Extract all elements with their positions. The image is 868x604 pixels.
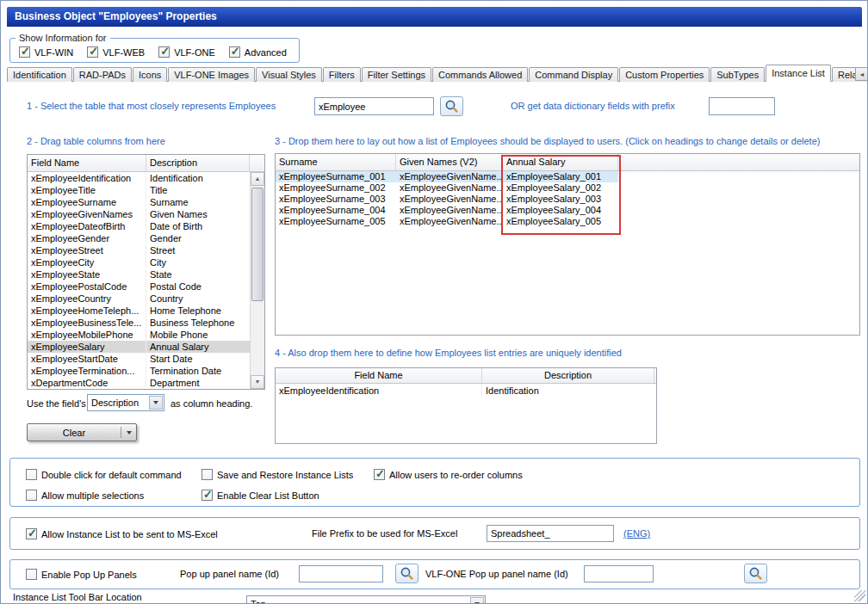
field-row[interactable]: xDepartmentCode Department [28,377,250,389]
surname-cell: xEmployeeSurname_001 [276,171,396,182]
field-description-cell: City [146,256,250,268]
instance-list-row[interactable]: xEmployeeSurname_004 xEmployeeGivenName.… [276,205,859,216]
checkbox-icon[interactable] [26,490,37,501]
tab[interactable]: Identification [7,67,72,82]
tab[interactable]: VLF-ONE Images [168,67,255,82]
tab[interactable]: Command Display [529,67,618,82]
language-link[interactable]: (ENG) [623,528,650,539]
field-row[interactable]: xEmployeeTermination... Termination Date [28,365,250,377]
field-row[interactable]: xEmployeeSurname Surname [28,196,250,208]
field-row[interactable]: xEmployeeCountry Country [28,293,250,305]
unique-id-row[interactable]: xEmployeeIdentification Identification [276,384,656,398]
field-row[interactable]: xEmployeeSalary Annual Salary [28,341,250,353]
tab[interactable]: Instance List [766,65,831,82]
tab-label: Commands Allowed [438,70,522,80]
field-row[interactable]: xEmployeeBusinessTele... Business Teleph… [28,317,250,329]
popup-panel-search-button[interactable] [395,564,418,583]
column-header-surname[interactable]: Surname [276,154,396,170]
table-search-button[interactable] [440,96,463,116]
tab[interactable]: Custom Properties [619,67,710,82]
scroll-down-icon[interactable]: ▼ [251,375,264,389]
platform-checkbox-item[interactable]: VLF-WEB [87,46,145,59]
option-checkbox-item[interactable]: Double click for default command [26,468,202,481]
checkbox-icon[interactable] [202,469,213,480]
tab[interactable]: Filter Settings [362,67,431,82]
unique-id-table-body: xEmployeeIdentification Identification [276,384,656,398]
heading-source-dropdown[interactable]: Description [87,394,164,411]
excel-prefix-input[interactable] [487,525,614,542]
tab[interactable]: SubTypes [710,67,765,82]
tab[interactable]: RAD-PADs [73,67,132,82]
field-description-cell: Street [146,244,250,256]
options-row-2: Allow multiple selections Enable Clear L… [26,489,319,502]
instance-list-row[interactable]: xEmployeeSurname_005 xEmployeeGivenName.… [276,216,859,227]
given-names-cell: xEmployeeGivenName... [396,205,503,216]
resize-grip[interactable] [854,590,865,601]
checkbox-icon[interactable] [26,569,37,580]
option-checkbox-item[interactable]: Enable Clear List Button [202,489,319,502]
excel-checkbox-item[interactable]: Allow Instance List to be sent to MS-Exc… [26,527,218,540]
table-name-input[interactable] [314,97,434,115]
checkbox-label: Enable Pop Up Panels [41,570,137,580]
field-row[interactable]: xEmployeeStartDate Start Date [28,353,250,365]
tab[interactable]: Filters [323,67,361,82]
tab[interactable]: Visual Styles [256,67,322,82]
field-row[interactable]: xEmployeeStreet Street [28,244,250,256]
field-row[interactable]: xEmployeeCity City [28,256,250,268]
title-bar[interactable]: Business Object "Employees" Properties [7,7,862,27]
checkbox-icon[interactable] [158,46,170,58]
tab-scroll-left-button[interactable]: ◄ [855,67,868,81]
column-header-description[interactable]: Description [482,368,654,383]
option-checkbox-item[interactable]: Allow multiple selections [26,489,202,502]
given-names-cell: xEmployeeGivenName... [396,194,503,205]
prefix-input[interactable] [709,97,775,115]
platform-checkbox-item[interactable]: VLF-ONE [158,46,215,59]
scroll-up-icon[interactable]: ▲ [251,172,264,186]
scrollbar-thumb[interactable] [251,188,264,301]
checkbox-icon[interactable] [26,528,37,539]
checkbox-label: VLF-WIN [34,47,73,58]
option-checkbox-item[interactable]: Save and Restore Instance Lists [202,468,374,481]
field-row[interactable]: xEmployeeMobilePhone Mobile Phone [28,329,250,341]
instance-list-row[interactable]: xEmployeeSurname_001 xEmployeeGivenName.… [276,171,859,182]
field-description-cell: Annual Salary [146,341,250,353]
checkbox-icon[interactable] [229,46,240,58]
platform-checkbox-item[interactable]: VLF-WIN [19,46,73,59]
chevron-down-icon[interactable] [121,431,136,435]
column-header-description[interactable]: Description [146,155,250,171]
popup-checkbox-row: Enable Pop Up Panels [26,568,137,581]
clear-button[interactable]: Clear [27,423,137,441]
field-name-cell: xEmployeeSurname [28,196,146,208]
field-row[interactable]: xEmployeeDateofBirth Date of Birth [28,220,250,232]
option-checkbox-item[interactable]: Allow users to re-order columns [374,468,523,481]
vlfone-popup-panel-input[interactable] [584,565,654,582]
field-row[interactable]: xEmployeeIdentification Identification [28,172,250,184]
fields-scrollbar[interactable]: ▲ ▼ [250,172,264,389]
column-header-given-names[interactable]: Given Names (V2) [396,154,503,170]
field-row[interactable]: xEmployeeGender Gender [28,232,250,244]
checkbox-icon[interactable] [87,46,98,58]
platform-checkbox-item[interactable]: Advanced [229,46,287,59]
instance-list-row[interactable]: xEmployeeSurname_003 xEmployeeGivenName.… [276,194,859,205]
checkbox-icon[interactable] [19,46,30,58]
tab[interactable]: Commands Allowed [432,67,528,82]
tab[interactable]: Icons [133,67,167,82]
field-row[interactable]: xEmployeeTitle Title [28,184,250,196]
vlfone-popup-panel-search-button[interactable] [744,564,767,583]
column-header-annual-salary[interactable]: Annual Salary [503,154,618,170]
column-header-field-name[interactable]: Field Name [28,155,146,171]
instance-list-row[interactable]: xEmployeeSurname_002 xEmployeeGivenName.… [276,182,859,194]
field-row[interactable]: xEmployeePostalCode Postal Code [28,280,250,293]
popup-checkbox-item[interactable]: Enable Pop Up Panels [26,568,137,581]
chevron-down-icon[interactable] [149,396,163,410]
column-header-field-name[interactable]: Field Name [276,368,482,383]
checkbox-icon[interactable] [374,469,385,480]
popup-panel-input[interactable] [299,565,383,582]
checkbox-icon[interactable] [26,469,37,480]
chevron-down-icon[interactable] [470,597,484,604]
toolbar-location-dropdown[interactable]: Top [246,595,486,604]
field-row[interactable]: xEmployeeState State [28,268,250,280]
checkbox-icon[interactable] [202,490,213,501]
field-row[interactable]: xEmployeeHomeTeleph... Home Telephone [28,305,250,317]
field-row[interactable]: xEmployeeGivenNames Given Names [28,208,250,220]
